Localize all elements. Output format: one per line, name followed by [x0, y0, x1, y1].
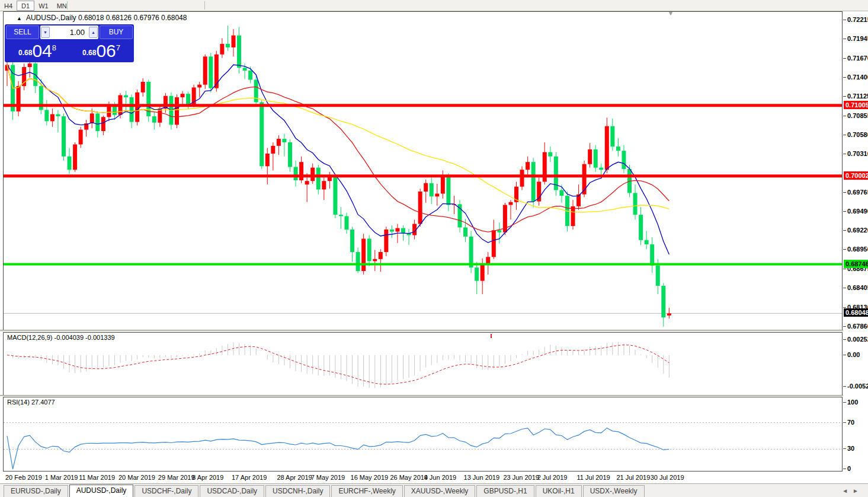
price-tick-label: 0.68950	[847, 246, 868, 253]
price-tick-label: 0.69220	[847, 227, 868, 234]
toolbar-separator	[204, 1, 205, 9]
price-tick-label: 0.70580	[847, 131, 868, 138]
candle-body	[203, 56, 207, 84]
date-label: 29 Mar 2019	[158, 474, 195, 481]
candle-body	[463, 227, 467, 236]
rsi-tick-label: 70	[847, 419, 854, 426]
axis-tick	[843, 307, 846, 308]
chart-tab-usdx-weekly[interactable]: USDX-,Weekly	[583, 485, 645, 497]
buy-price-sup: 7	[116, 43, 120, 52]
chart-tab-ukoil-h1[interactable]: UKOil-,H1	[536, 485, 582, 497]
current-price-chip: 0.68048	[844, 308, 868, 317]
timeframe-button-d1[interactable]: D1	[17, 1, 34, 11]
date-label: 11 Mar 2019	[79, 474, 115, 481]
timeframe-button-mn[interactable]: MN	[53, 1, 71, 11]
tab-scroll-left-icon[interactable]: ◄	[842, 488, 853, 494]
candle-body	[458, 204, 462, 227]
chart-tab-eurusd-daily[interactable]: EURUSD-,Daily	[4, 485, 68, 497]
candle-body	[181, 94, 185, 97]
axis-tick	[843, 269, 846, 269]
axis-tick	[843, 154, 846, 154]
candle-body	[379, 252, 383, 259]
chart-ohlc-values: 0.68018 0.68126 0.67976 0.68048	[78, 14, 187, 22]
price-tick-label: 0.67860	[847, 323, 868, 330]
chart-tab-usdcnh-daily[interactable]: USDCNH-,Daily	[265, 485, 330, 497]
rsi-line	[7, 428, 669, 469]
level-price-chip: 0.71005	[844, 101, 868, 109]
candle-body	[526, 162, 530, 170]
timeframe-toolbar: H4D1W1MN	[0, 0, 868, 11]
candle-body	[220, 44, 224, 55]
axis-tick	[843, 77, 846, 78]
candle-body	[17, 86, 21, 111]
price-axis[interactable]: 0.722150.719450.716700.714000.711250.708…	[843, 11, 868, 483]
chart-tab-eurchf-weekly[interactable]: EURCHF-,Weekly	[331, 485, 402, 497]
date-label: 20 Mar 2019	[118, 474, 155, 481]
rsi-tick-label: 0	[847, 465, 851, 472]
buy-price-big: 06	[96, 43, 116, 59]
candle-body	[633, 193, 638, 215]
candle-body	[282, 139, 286, 142]
axis-tick	[843, 355, 846, 355]
rsi-chart	[4, 397, 842, 471]
axis-tick	[843, 116, 846, 116]
chart-tab-gbpusd-h1[interactable]: GBPUSD-,H1	[476, 485, 534, 497]
panel-splitter[interactable]	[0, 395, 868, 397]
sell-button[interactable]: SELL	[6, 26, 39, 39]
candle-body	[277, 139, 281, 146]
candle-body	[639, 215, 643, 240]
buy-button[interactable]: BUY	[100, 26, 133, 39]
volume-increase-icon[interactable]: ▲	[89, 27, 98, 38]
chart-tab-bar: EURUSD-,DailyAUDUSD-,DailyUSDCHF-,DailyU…	[0, 483, 868, 497]
candle-body	[469, 237, 473, 267]
date-label: 8 Apr 2019	[192, 474, 223, 481]
chart-tab-usdchf-daily[interactable]: USDCHF-,Daily	[134, 485, 198, 497]
axis-tick	[843, 288, 846, 288]
candle-body	[548, 152, 552, 157]
collapse-arrow-icon[interactable]: ▲	[17, 15, 22, 21]
candle-body	[175, 97, 179, 125]
candle-body	[158, 109, 162, 123]
date-label: 2 Jul 2019	[537, 474, 568, 481]
date-label: 11 Jul 2019	[577, 474, 610, 481]
candle-body	[622, 151, 626, 169]
rsi-tick-label: 100	[847, 399, 858, 406]
macd-tick-label: 0.00	[847, 351, 860, 358]
candle-body	[44, 110, 49, 121]
axis-tick	[843, 39, 846, 39]
slow-sma-line	[7, 65, 669, 212]
timeframe-button-h4[interactable]: H4	[0, 1, 17, 11]
candle-body	[62, 116, 66, 157]
axis-tick	[843, 230, 846, 231]
chart-title: ▲AUDUSD-,Daily 0.68018 0.68126 0.67976 0…	[17, 14, 187, 22]
candle-body	[226, 44, 230, 47]
buy-price-display[interactable]: 0.68 06 7	[70, 40, 133, 60]
axis-tick	[843, 135, 846, 135]
candle-body	[446, 177, 450, 205]
macd-panel[interactable]	[3, 332, 843, 396]
timeframe-button-w1[interactable]: W1	[34, 1, 53, 11]
axis-tick	[843, 402, 846, 403]
chart-tab-xauusd-weekly[interactable]: XAUUSD-,Weekly	[404, 485, 475, 497]
date-axis[interactable]: 20 Feb 20191 Mar 201911 Mar 201920 Mar 2…	[3, 472, 843, 483]
panel-splitter[interactable]	[0, 330, 868, 332]
volume-input[interactable]	[50, 28, 88, 37]
candle-body	[243, 68, 247, 71]
chart-shift-marker-icon[interactable]: ▼	[668, 10, 674, 17]
sell-price-big: 04	[32, 43, 52, 59]
tab-scroll-right-icon[interactable]: ►	[853, 488, 863, 494]
sell-price-display[interactable]: 0.68 04 8	[6, 40, 69, 60]
date-label: 28 Apr 2019	[277, 474, 312, 481]
one-click-trade-widget: SELL ▼ ▲ BUY 0.68 04 8 0.68 06 7	[5, 24, 134, 62]
rsi-panel[interactable]	[3, 397, 843, 471]
candle-body	[497, 230, 501, 232]
volume-decrease-icon[interactable]: ▼	[41, 27, 50, 38]
candle-body	[28, 63, 32, 67]
candle-body	[520, 170, 524, 186]
chart-tab-audusd-daily[interactable]: AUDUSD-,Daily	[69, 485, 134, 497]
candle-body	[73, 145, 77, 170]
macd-chart	[4, 333, 842, 395]
chart-tab-usdcad-daily[interactable]: USDCAD-,Daily	[200, 485, 264, 497]
axis-tick	[843, 422, 846, 423]
candle-body	[356, 252, 360, 271]
